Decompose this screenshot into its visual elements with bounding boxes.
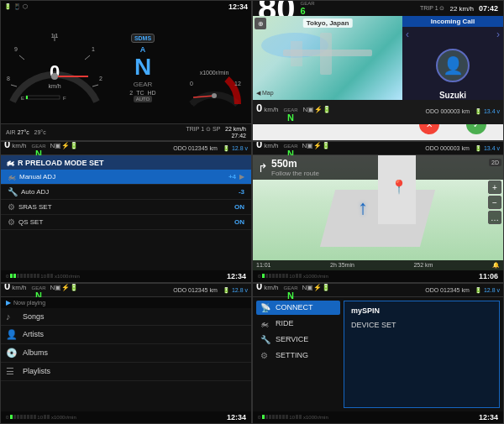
setting-label: SETTING: [276, 351, 308, 359]
moto-icon: 🏍: [6, 158, 14, 167]
p2-speed: 0: [256, 102, 262, 114]
tach-mini: 0 10 x1000r/min: [6, 272, 80, 280]
nav-eta-distance: 252 km: [413, 262, 433, 269]
nav-speed: 0: [256, 141, 262, 150]
auto-badge: AUTO: [134, 96, 153, 102]
settings-panel: 0 km/h GEAR N N▣⚡🔋 ODO 012345 km 🔋 12.8 …: [0, 141, 252, 282]
connect-menu-panel: 0 km/h GEAR N N▣⚡🔋 ODO 012345 km 🔋 12.8 …: [252, 283, 504, 424]
nav-eta-duration: 2h 35min: [330, 262, 354, 269]
nav-more-button[interactable]: …: [488, 211, 501, 224]
nav-direction-icon: ↱: [258, 161, 268, 175]
setting-row-manual[interactable]: 🏍 Manual ADJ +4 ▶: [1, 170, 251, 185]
music-item-songs[interactable]: ♪ Songs: [1, 308, 251, 326]
nav-tach: 0 10 x1000r/min: [258, 272, 328, 280]
sdms-logo: SDMS: [131, 34, 155, 43]
submenu-myspin[interactable]: mySPIN: [348, 305, 496, 317]
call-nav[interactable]: ‹ ›: [402, 27, 503, 42]
setting-row-sras[interactable]: ⚙ SRAS SET ON: [1, 200, 251, 215]
settings-odo: ODO 012345 km 🔋 12.8 v: [173, 144, 248, 152]
music-item-artists[interactable]: 👤 Artists: [1, 326, 251, 344]
settings-status-top: 0 km/h GEAR N N▣⚡🔋 ODO 012345 km 🔋 12.8 …: [1, 142, 251, 155]
disc-icon: 💿: [6, 348, 18, 359]
p2-odo: ODO 000003 km 🔋 13.4 v: [426, 108, 501, 115]
row-gear-icon: ⚙: [8, 202, 15, 212]
connect-content: 📡 CONNECT 🏍 RIDE 🔧 SERVICE ⚙ SETTING myS…: [253, 297, 503, 411]
music-odo: ODO 012345 km 🔋 12.8 v: [173, 286, 248, 294]
settings-header: 🏍 R PRELOAD MODE SET: [1, 155, 251, 170]
speedometer: 11 9 1 8 2 0 km/h E F: [4, 26, 105, 110]
menu-item-service[interactable]: 🔧 SERVICE: [256, 332, 340, 347]
header-time: 12:34: [228, 3, 248, 11]
music-speed: 0: [4, 283, 10, 292]
incoming-call-panel: Incoming Call ‹ › 👤 Suzuki 0123456789 ✕ …: [402, 16, 503, 100]
settings-list: 🏍 R PRELOAD MODE SET 🏍 Manual ADJ +4 ▶ 🔧…: [1, 155, 251, 270]
service-label: SERVICE: [276, 335, 308, 343]
menu-item-setting[interactable]: ⚙ SETTING: [256, 348, 340, 363]
music-item-playlists[interactable]: ☰ Playlists: [1, 363, 251, 381]
battery-status-icons: 🔋 📱 ⬡: [4, 3, 28, 10]
map-location: Tokyo, Japan: [303, 18, 353, 28]
svg-text:x1000r/min: x1000r/min: [199, 70, 228, 76]
connect-status-top: 0 km/h GEAR N N▣⚡🔋 ODO 012345 km 🔋 12.8 …: [253, 284, 503, 297]
trip-info: TRIP 1 ⊙ SP 22 km/h 27:42: [186, 126, 247, 139]
nav-eta-time: 11:01: [256, 262, 271, 269]
menu-item-connect[interactable]: 📡 CONNECT: [256, 301, 340, 315]
caller-avatar: 👤: [402, 42, 503, 89]
svg-text:8: 8: [7, 76, 10, 81]
playlists-label: Playlists: [23, 367, 50, 375]
gear-indicator: N: [134, 54, 151, 81]
nav-map-area[interactable]: ↱ 550m Follow the route ↑ 📍 2D + − … 11:…: [253, 155, 503, 270]
music-time: 12:34: [227, 413, 246, 421]
svg-line-2: [85, 55, 90, 60]
connect-bottom-bar: 0 10 x1000r/min 12:34: [253, 411, 503, 423]
nav-bottom-bar: 0 10 x1000r/min 11:06: [253, 270, 503, 282]
trip-speed: 22 km/h: [450, 5, 474, 13]
map-area[interactable]: Tokyo, Japan ⊕ ◀ Map: [253, 16, 402, 100]
analog-dashboard-panel: 🔋 📱 ⬡ 12:34: [0, 0, 252, 141]
connect-time: 12:34: [479, 413, 498, 421]
svg-text:11: 11: [51, 32, 59, 39]
submenu-device-set[interactable]: DEVICE SET: [348, 319, 496, 331]
svg-text:E: E: [21, 96, 24, 101]
device-set-label: DEVICE SET: [351, 321, 396, 329]
artists-label: Artists: [23, 330, 44, 338]
zoom-out-button[interactable]: −: [488, 196, 501, 209]
music-note-icon: ♪: [6, 311, 18, 322]
prev-caller-btn[interactable]: ‹: [406, 29, 409, 40]
setting-icon: ⚙: [260, 351, 272, 360]
row-val-qs: ON: [234, 218, 244, 226]
setting-row-auto[interactable]: 🔧 Auto ADJ -3: [1, 185, 251, 200]
play-icon: ▶: [6, 299, 11, 306]
next-caller-btn[interactable]: ›: [496, 29, 500, 40]
svg-point-13: [51, 73, 58, 80]
settings-time: 12:34: [227, 272, 246, 280]
row-arrow-manual: ▶: [239, 173, 244, 181]
albums-label: Albums: [23, 348, 48, 357]
menu-item-ride[interactable]: 🏍 RIDE: [256, 317, 340, 331]
ride-icon: 🏍: [260, 319, 272, 328]
nav-direction-arrow: ↑: [358, 196, 368, 219]
settings-title: R PRELOAD MODE SET: [18, 159, 104, 167]
songs-label: Songs: [23, 312, 45, 321]
zoom-in-button[interactable]: +: [488, 181, 501, 194]
analog-bottom-bar: AIR 27°c 29°c TRIP 1 ⊙ SP 22 km/h 27:42: [1, 123, 251, 140]
music-tach: 0 10 x1000r/min: [6, 413, 76, 421]
tc-hd-row: 2 TC HD: [129, 90, 155, 96]
svg-rect-16: [26, 96, 28, 99]
music-content: ▶ Now playing ♪ Songs 👤 Artists 💿 Albums…: [1, 297, 251, 411]
nav-distance: 550m: [271, 158, 319, 170]
call-header: Incoming Call: [402, 16, 503, 27]
music-item-albums[interactable]: 💿 Albums: [1, 344, 251, 363]
compass-button[interactable]: ⊕: [255, 18, 266, 29]
connect-label: CONNECT: [276, 303, 313, 311]
settings-speed: 0: [4, 141, 10, 150]
nav-side-controls: + − …: [488, 181, 501, 224]
setting-row-qs[interactable]: ⚙ QS SET ON: [1, 215, 251, 230]
music-status-top: 0 km/h GEAR N N▣⚡🔋 ODO 012345 km 🔋 12.8 …: [1, 284, 251, 297]
svg-text:km/h: km/h: [48, 83, 60, 89]
svg-rect-15: [26, 96, 60, 99]
nav-instruction-text: Follow the route: [271, 170, 319, 177]
row-label-manual: Manual ADJ: [19, 173, 228, 181]
analog-header: 🔋 📱 ⬡ 12:34: [1, 1, 251, 13]
destination-pin: 📍: [391, 179, 407, 195]
